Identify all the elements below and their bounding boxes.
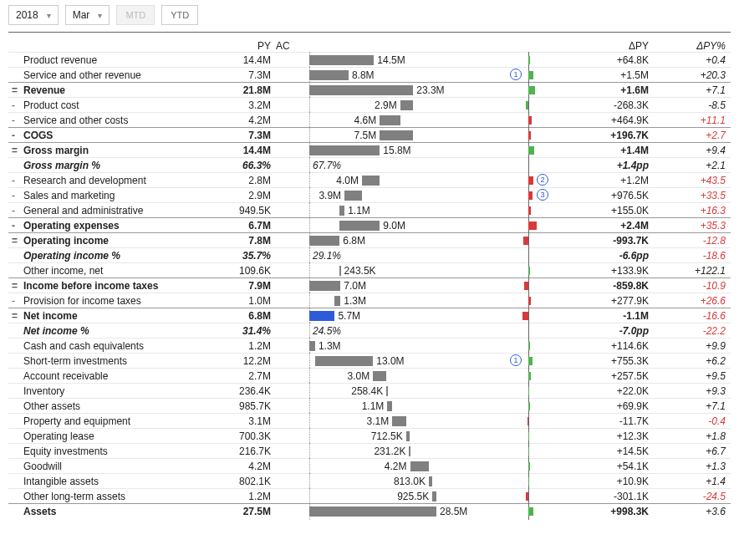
col-dpyp: ΔPY% [654, 40, 727, 52]
mtd-button[interactable]: MTD [116, 5, 155, 25]
ytd-label: YTD [171, 10, 189, 20]
ac-value: 1.1M [362, 400, 385, 412]
line-item-label: =Gross margin [8, 145, 187, 156]
delta-bar-cell: 3 [436, 188, 570, 203]
toolbar: 2018 ▾ Mar ▾ MTD YTD [8, 5, 731, 25]
ac-bar-cell: 4.0M [276, 173, 436, 188]
ac-value: 14.5M [377, 54, 405, 66]
ac-bar-cell: 1.1M [276, 203, 436, 218]
line-item-label: =Revenue [8, 84, 187, 96]
delta-bar-cell: 1 [436, 68, 570, 83]
table-row: =Revenue21.8M23.3M+1.6M+7.1 [8, 82, 731, 97]
delta-value: -6.6pp [570, 250, 654, 262]
annotation-badge[interactable]: 3 [537, 189, 548, 201]
ac-bar-cell: 5.7M [276, 308, 436, 323]
delta-value: +54.1K [570, 461, 654, 472]
ytd-button[interactable]: YTD [161, 5, 198, 25]
ac-value: 7.5M [354, 130, 377, 141]
chevron-down-icon: ▾ [47, 11, 51, 20]
delta-bar-cell [436, 459, 570, 474]
annotation-badge[interactable]: 2 [537, 174, 548, 186]
table-row: Net income %31.4%24.5%-7.0pp-22.2 [8, 323, 731, 338]
delta-bar-cell: 2 [436, 173, 570, 188]
delta-bar-cell [436, 369, 570, 384]
line-item-label: -Operating expenses [8, 220, 187, 232]
delta-bar-cell: 1 [436, 354, 570, 369]
table-row: =Operating income7.8M6.8M-993.7K-12.8 [8, 232, 731, 247]
delta-pct-value: -8.5 [654, 99, 727, 111]
delta-pct-value: -12.8 [654, 235, 727, 247]
ac-value: 29.1% [313, 250, 341, 262]
line-item-label: =Operating income [8, 235, 187, 247]
ac-bar-cell: 712.5K [276, 429, 436, 444]
delta-bar-cell [436, 339, 570, 354]
column-headers: PY AC ΔPY ΔPY% [8, 32, 731, 52]
table-row: Service and other revenue7.3M8.8M1+1.5M+… [8, 67, 731, 82]
table-row: Other assets985.7K1.1M+69.9K+7.1 [8, 398, 731, 413]
delta-pct-value: -24.5 [654, 491, 727, 502]
line-item-label: Gross margin % [8, 160, 187, 171]
delta-value: +2.4M [570, 220, 654, 232]
py-value: 4.2M [187, 115, 276, 126]
delta-value: -7.0pp [570, 325, 654, 337]
ac-bar-cell: 813.0K [276, 474, 436, 489]
py-value: 6.8M [187, 310, 276, 322]
delta-value: +998.3K [570, 506, 654, 517]
delta-pct-value: +9.3 [654, 385, 727, 397]
month-value: Mar [73, 9, 90, 21]
line-item-label: Cash and cash equivalents [8, 340, 187, 352]
month-select[interactable]: Mar ▾ [65, 5, 110, 25]
chevron-down-icon: ▾ [98, 11, 102, 20]
py-value: 14.4M [187, 145, 276, 156]
delta-pct-value: +0.4 [654, 54, 727, 66]
line-item-label: Product revenue [8, 54, 187, 66]
delta-value: +196.7K [570, 130, 654, 141]
table-row: Short-term investments12.2M13.0M1+755.3K… [8, 353, 731, 368]
delta-value: -859.8K [570, 280, 654, 292]
delta-value: +464.9K [570, 115, 654, 126]
annotation-badge[interactable]: 1 [510, 69, 522, 80]
table-row: -General and administrative949.5K1.1M+15… [8, 202, 731, 217]
delta-pct-value: +33.5 [654, 190, 727, 201]
delta-bar-cell [436, 399, 570, 414]
delta-value: +14.5K [570, 445, 654, 457]
line-item-label: Property and equipment [8, 415, 187, 427]
table-row: Intangible assets802.1K813.0K+10.9K+1.4 [8, 473, 731, 488]
delta-bar-cell [436, 233, 570, 248]
ac-bar-cell: 4.6M [276, 113, 436, 128]
delta-value: -993.7K [570, 235, 654, 247]
ac-value: 3.1M [367, 415, 390, 427]
delta-bar-cell [436, 474, 570, 489]
ac-bar-cell: 15.8M [276, 143, 436, 158]
ac-bar-cell: 28.5M [276, 504, 436, 519]
table-row: Operating income %35.7%29.1%-6.6pp-18.6 [8, 247, 731, 262]
delta-bar-cell [436, 323, 570, 339]
table-row: -Provision for income taxes1.0M1.3M+277.… [8, 293, 731, 308]
table-row: Operating lease700.3K712.5K+12.3K+1.8 [8, 428, 731, 443]
delta-bar-cell [436, 98, 570, 113]
line-item-label: Inventory [8, 385, 187, 397]
ac-value: 231.2K [374, 445, 405, 457]
ac-value: 712.5K [371, 430, 403, 442]
py-value: 14.4M [187, 54, 276, 66]
line-item-label: Other income, net [8, 265, 187, 277]
py-value: 6.7M [187, 220, 276, 232]
delta-value: +64.8K [570, 54, 654, 66]
ac-bar-cell: 3.1M [276, 414, 436, 429]
delta-value: +12.3K [570, 430, 654, 442]
py-value: 27.5M [187, 506, 276, 517]
line-item-label: -Provision for income taxes [8, 295, 187, 307]
ac-bar-cell: 23.3M [276, 83, 436, 98]
line-item-label: =Income before income taxes [8, 280, 187, 292]
delta-bar-cell [436, 384, 570, 399]
ac-bar-cell: 925.5K [276, 489, 436, 504]
ac-bar-cell: 3.0M [276, 369, 436, 384]
py-value: 1.2M [187, 340, 276, 352]
col-ac: AC [276, 40, 436, 52]
delta-value: +277.9K [570, 295, 654, 307]
col-dpy: ΔPY [570, 40, 654, 52]
delta-pct-value: +3.6 [654, 506, 727, 517]
year-select[interactable]: 2018 ▾ [8, 5, 59, 25]
annotation-badge[interactable]: 1 [510, 354, 522, 366]
py-value: 7.3M [187, 130, 276, 141]
